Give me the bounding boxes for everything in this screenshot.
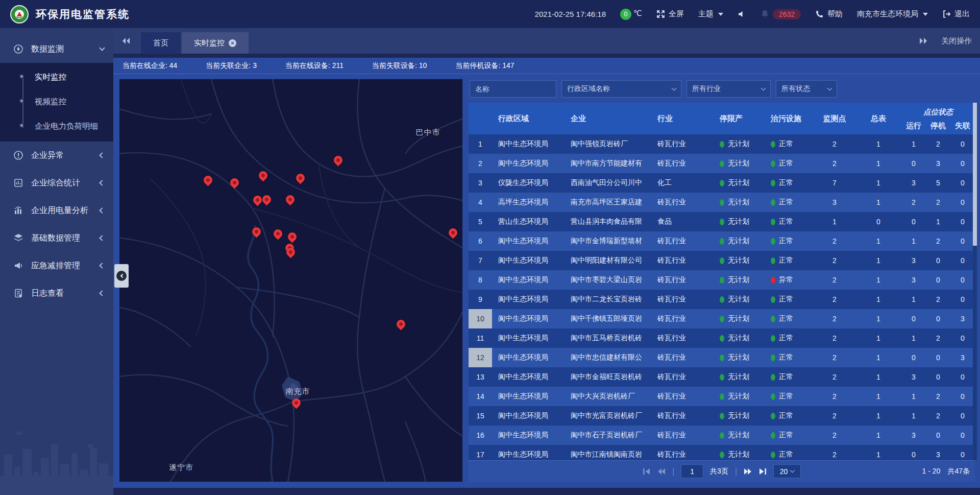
fullscreen-label: 全屏 <box>669 9 684 19</box>
cell-run: 0 <box>901 154 926 173</box>
table-row[interactable]: 8阆中生态环境局阆中市枣碧大梁山页岩砖瓦行业无计划异常21300 <box>469 270 975 290</box>
status-filter-select[interactable]: 所有状态 <box>776 80 837 98</box>
cell-stop: 无计划 <box>714 134 765 154</box>
table-row[interactable]: 11阆中生态环境局阆中市五马桥页岩机砖砖瓦行业无计划正常21120 <box>469 328 975 348</box>
cell-run: 1 <box>901 134 926 154</box>
cell-industry: 砖瓦行业 <box>651 193 714 212</box>
status-dot-green-icon <box>771 393 775 400</box>
tab-realtime-monitor[interactable]: 实时监控 × <box>182 32 249 54</box>
cell-halt: 0 <box>926 309 950 328</box>
cell-industry: 砖瓦行业 <box>651 309 714 328</box>
cell-company: 阆中市南方节能建材有 <box>565 154 651 173</box>
tabs-scroll-left-icon[interactable] <box>121 37 131 45</box>
sidebar-subitem[interactable]: 实时监控 <box>0 65 113 89</box>
name-filter-input[interactable] <box>470 80 556 98</box>
scrollbar-thumb[interactable] <box>973 103 977 246</box>
cell-facility: 正常 <box>765 328 814 348</box>
cell-company: 阆中千佛镇五郎垭页岩 <box>565 309 651 328</box>
enterprise-table-panel: 行政区域名称 所有行业 所有状态 <box>469 79 975 482</box>
cell-run: 0 <box>901 309 926 328</box>
table-row[interactable]: 4高坪生态环境局南充市高坪区王家店建砖瓦行业无计划正常31220 <box>469 193 975 212</box>
map-collapse-button[interactable] <box>114 264 129 288</box>
sidebar-item-2[interactable]: 企业异常 <box>0 142 113 169</box>
row-index: 13 <box>469 367 492 387</box>
table-row[interactable]: 7阆中生态环境局阆中明阳建材有限公司砖瓦行业无计划正常21300 <box>469 251 975 270</box>
region-filter-value: 行政区域名称 <box>567 84 610 93</box>
help-button[interactable]: 帮助 <box>815 9 843 19</box>
sidebar-subitem[interactable]: 企业电力负荷明细 <box>0 114 113 138</box>
col-halt: 停机 <box>926 117 950 134</box>
pagination-summary: 1 - 20 共47条 <box>922 467 970 476</box>
next-page-icon[interactable] <box>744 468 752 475</box>
cell-region: 阆中生态环境局 <box>492 290 565 309</box>
page-number-input[interactable] <box>681 464 703 478</box>
table-row[interactable]: 9阆中生态环境局阆中市二龙长宝页岩砖砖瓦行业无计划正常21120 <box>469 290 975 309</box>
table-row[interactable]: 5营山生态环境局营山县润丰肉食品有限食品无计划正常10010 <box>469 212 975 231</box>
city-skyline-decoration <box>0 418 113 495</box>
theme-dropdown[interactable]: 主题 <box>698 9 723 19</box>
cell-facility: 正常 <box>765 445 814 460</box>
table-row[interactable]: 1阆中生态环境局阆中强锐页岩砖厂砖瓦行业无计划正常21120 <box>469 134 975 154</box>
temperature-indicator: 0 ℃ <box>620 9 642 20</box>
cell-industry: 砖瓦行业 <box>651 426 714 445</box>
page-size-select[interactable]: 20 <box>773 464 801 478</box>
chevron-left-icon <box>99 235 105 241</box>
industry-filter-select[interactable]: 所有行业 <box>687 80 771 98</box>
table-row[interactable]: 6阆中生态环境局阆中市金博瑞新型墙材砖瓦行业无计划正常21120 <box>469 231 975 251</box>
status-filter-value: 所有状态 <box>781 84 810 93</box>
cell-stop: 无计划 <box>714 406 765 426</box>
speaker-icon <box>738 10 746 18</box>
status-dot-green-icon <box>771 413 775 419</box>
close-operations-button[interactable]: 关闭操作 <box>941 36 972 46</box>
table-row[interactable]: 15阆中生态环境局阆中市光富页岩机砖厂砖瓦行业无计划正常21120 <box>469 406 975 426</box>
chevron-left-icon <box>116 271 127 281</box>
tab-home[interactable]: 首页 <box>141 32 181 54</box>
cell-halt: 0 <box>926 251 950 270</box>
sidebar-item-3[interactable]: 企业综合统计 <box>0 169 113 197</box>
cell-facility: 正常 <box>765 212 814 231</box>
table-row[interactable]: 2阆中生态环境局阆中市南方节能建材有砖瓦行业无计划正常21030 <box>469 154 975 173</box>
notification-badge[interactable]: 2632 <box>761 9 801 19</box>
sidebar-item-1[interactable]: 数据监测 <box>0 35 113 63</box>
org-dropdown[interactable]: 南充市生态环境局 <box>857 9 928 19</box>
map-wrap: 巴中市南充市遂宁市 <box>119 79 462 482</box>
cell-region: 阆中生态环境局 <box>492 309 565 328</box>
last-page-icon[interactable] <box>758 468 767 475</box>
cell-region: 阆中生态环境局 <box>492 154 565 173</box>
table-row[interactable]: 12阆中生态环境局阆中市忠信建材有限公砖瓦行业无计划正常21003 <box>469 348 975 367</box>
sidebar-item-6[interactable]: 应急减排管理 <box>0 252 113 279</box>
chevron-left-icon <box>99 207 105 213</box>
cell-company: 营山县润丰肉食品有限 <box>565 212 651 231</box>
row-index: 2 <box>469 154 492 173</box>
fullscreen-button[interactable]: 全屏 <box>656 9 684 19</box>
close-icon[interactable]: × <box>229 39 236 47</box>
logout-icon <box>942 10 951 18</box>
status-dot-green-icon <box>771 296 775 303</box>
region-filter-select[interactable]: 行政区域名称 <box>561 80 681 98</box>
map-canvas[interactable]: 巴中市南充市遂宁市 <box>119 79 462 482</box>
sidebar-item-5[interactable]: 基础数据管理 <box>0 224 113 252</box>
prev-page-icon[interactable] <box>657 468 666 475</box>
sidebar-item-7[interactable]: 日志查看 <box>0 279 113 307</box>
cell-halt: 0 <box>926 270 950 290</box>
table-row[interactable]: 16阆中生态环境局阆中市石子页岩机砖厂砖瓦行业无计划正常21300 <box>469 426 975 445</box>
table-row[interactable]: 10阆中生态环境局阆中千佛镇五郎垭页岩砖瓦行业无计划正常21003 <box>469 309 975 328</box>
cell-region: 阆中生态环境局 <box>492 406 565 426</box>
table-row[interactable]: 17阆中生态环境局阆中市江南镇阆南页岩砖瓦行业无计划正常21030 <box>469 445 975 460</box>
cell-lost: 0 <box>950 367 975 387</box>
mute-button[interactable] <box>738 10 746 18</box>
chevron-down-icon <box>99 45 105 51</box>
table-row[interactable]: 14阆中生态环境局阆中大兴页岩机砖厂砖瓦行业无计划正常21120 <box>469 387 975 406</box>
table-row[interactable]: 13阆中生态环境局阆中市金福旺页岩机砖砖瓦行业无计划正常21300 <box>469 367 975 387</box>
sidebar-item-4[interactable]: 企业用电量分析 <box>0 197 113 224</box>
logout-button[interactable]: 退出 <box>942 9 970 19</box>
tabs-scroll-right-icon[interactable] <box>919 37 928 45</box>
status-dot-green-icon <box>720 413 724 419</box>
status-dot-green-icon <box>720 141 724 148</box>
sidebar-subitem[interactable]: 视频监控 <box>0 89 113 114</box>
status-dot-green-icon <box>720 257 724 264</box>
cell-stop: 无计划 <box>714 231 765 251</box>
status-dot-green-icon <box>720 180 724 186</box>
table-row[interactable]: 3仪陇生态环境局西南油气田分公司川中化工无计划正常71350 <box>469 173 975 193</box>
first-page-icon[interactable] <box>643 468 651 475</box>
